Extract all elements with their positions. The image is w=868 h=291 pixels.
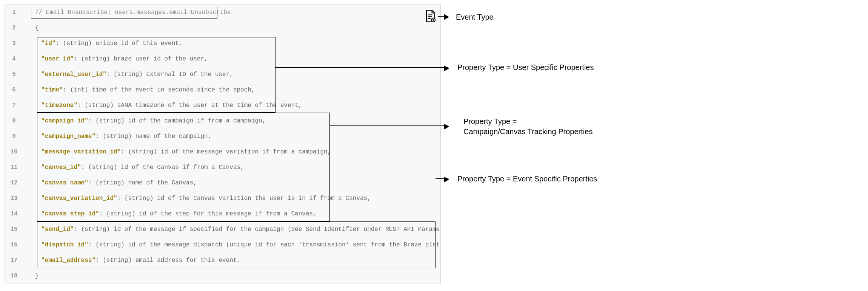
json-desc: : (string) External ID of the user, — [106, 71, 233, 78]
code-line: 16 "dispatch_id": (string) id of the mes… — [5, 237, 440, 253]
json-key: "message_variation_id" — [41, 149, 121, 155]
code-line: 13 "canvas_variation_id": (string) id of… — [5, 191, 440, 206]
line-number: 15 — [5, 222, 23, 237]
diagram-stage: 1 // Email Unsubscribe: users.messages.e… — [5, 5, 863, 286]
close-brace: } — [35, 272, 39, 279]
line-number: 12 — [5, 175, 23, 191]
annotation-tracking-props: Property Type = Campaign/Canvas Tracking… — [463, 116, 593, 137]
code-line: 1 // Email Unsubscribe: users.messages.e… — [5, 5, 440, 20]
arrow-user-props — [275, 67, 448, 68]
json-key: "canvas_name" — [41, 180, 88, 186]
json-key: "campaign_id" — [41, 118, 88, 124]
line-number: 18 — [5, 268, 23, 283]
json-key: "time" — [41, 87, 63, 93]
json-key: "id" — [41, 40, 55, 47]
json-key: "user_id" — [41, 56, 74, 62]
document-add-icon[interactable] — [425, 10, 436, 23]
line-number: 6 — [5, 82, 23, 98]
code-line: 9 "campaign_name": (string) name of the … — [5, 129, 440, 144]
line-number: 3 — [5, 36, 23, 51]
code-comment: // Email Unsubscribe: users.messages.ema… — [35, 9, 231, 16]
json-key: "external_user_id" — [41, 71, 106, 78]
annotation-event-props: Property Type = Event Specific Propertie… — [457, 174, 597, 184]
json-desc: : (int) time of the event in seconds sin… — [63, 87, 255, 93]
json-desc: : (string) IANA timezone of the user at … — [77, 102, 302, 109]
json-desc: : (string) id of the step for this messa… — [99, 211, 317, 217]
arrow-event-type — [438, 16, 448, 17]
json-key: "canvas_variation_id" — [41, 195, 117, 202]
code-line: 18 } — [5, 268, 440, 283]
json-key: "canvas_step_id" — [41, 211, 99, 217]
line-number: 2 — [5, 20, 23, 36]
code-line: 15 "send_id": (string) id of the message… — [5, 222, 440, 237]
code-line: 14 "canvas_step_id": (string) id of the … — [5, 206, 440, 222]
arrow-event-props — [436, 178, 448, 179]
json-key: "send_id" — [41, 226, 74, 233]
line-number: 4 — [5, 51, 23, 67]
line-number: 13 — [5, 191, 23, 206]
code-line: 10 "message_variation_id": (string) id o… — [5, 144, 440, 160]
line-number: 14 — [5, 206, 23, 222]
json-key: "dispatch_id" — [41, 241, 88, 248]
json-key: "campaign_name" — [41, 133, 95, 140]
json-key: "email_address" — [41, 257, 95, 264]
annotation-event-type: Event Type — [456, 12, 494, 22]
open-brace: { — [35, 25, 39, 31]
code-line: 11 "canvas_id": (string) id of the Canva… — [5, 160, 440, 175]
line-number: 7 — [5, 98, 23, 113]
json-desc: : (string) name of the Canvas, — [88, 180, 197, 186]
line-number: 9 — [5, 129, 23, 144]
json-key: "canvas_id" — [41, 164, 81, 171]
json-desc: : (string) unique id of this event, — [55, 40, 182, 47]
json-desc: : (string) name of the campaign, — [95, 133, 211, 140]
code-line: 7 "timezone": (string) IANA timezone of … — [5, 98, 440, 113]
annotation-user-props: Property Type = User Specific Properties — [457, 62, 594, 73]
json-desc: : (string) id of the Canvas variation th… — [117, 195, 371, 202]
code-line: 17 "email_address": (string) email addre… — [5, 253, 440, 268]
code-lines: 1 // Email Unsubscribe: users.messages.e… — [5, 5, 440, 283]
code-line: 3 "id": (string) unique id of this event… — [5, 36, 440, 51]
line-number: 5 — [5, 67, 23, 82]
line-number: 1 — [5, 5, 23, 20]
json-desc: : (string) email address for this event, — [95, 257, 240, 264]
code-line: 8 "campaign_id": (string) id of the camp… — [5, 113, 440, 129]
json-desc: : (string) id of the Canvas if from a Ca… — [81, 164, 244, 171]
line-number: 17 — [5, 253, 23, 268]
line-number: 16 — [5, 237, 23, 253]
code-line: 5 "external_user_id": (string) External … — [5, 67, 440, 82]
code-line: 4 "user_id": (string) braze user id of t… — [5, 51, 440, 67]
code-line: 6 "time": (int) time of the event in sec… — [5, 82, 440, 98]
json-desc: : (string) id of the message variation i… — [121, 149, 331, 155]
code-line: 2 { — [5, 20, 440, 36]
code-block: 1 // Email Unsubscribe: users.messages.e… — [5, 5, 441, 283]
code-line: 12 "canvas_name": (string) name of the C… — [5, 175, 440, 191]
json-desc: : (string) id of the message dispatch (u… — [88, 241, 441, 248]
json-desc: : (string) braze user id of the user, — [74, 56, 208, 62]
json-key: "timezone" — [41, 102, 77, 109]
line-number: 10 — [5, 144, 23, 160]
json-desc: : (string) id of the message if specifie… — [74, 226, 441, 233]
line-number: 8 — [5, 113, 23, 129]
arrow-tracking-props — [330, 125, 448, 126]
line-number: 11 — [5, 160, 23, 175]
json-desc: : (string) id of the campaign if from a … — [88, 118, 266, 124]
